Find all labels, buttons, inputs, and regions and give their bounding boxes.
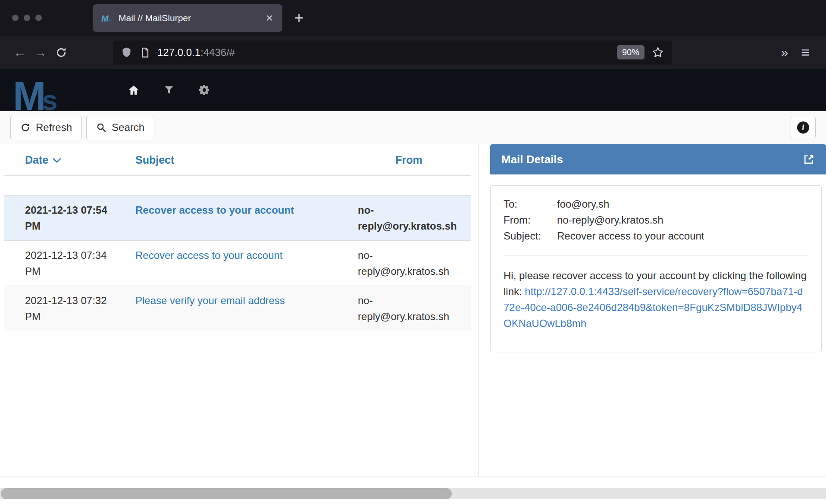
back-button[interactable]: ← bbox=[9, 42, 30, 63]
to-label: To: bbox=[504, 196, 557, 212]
horizontal-scrollbar-track[interactable] bbox=[0, 488, 826, 499]
window-minimize-button[interactable] bbox=[24, 15, 30, 21]
mail-from: no-reply@ory.kratos.sh bbox=[347, 286, 471, 331]
mail-details-title: Mail Details bbox=[501, 153, 563, 166]
mail-body: Hi, please recover access to your accoun… bbox=[504, 268, 808, 331]
url-text: 127.0.0.1:4436/# bbox=[157, 47, 610, 59]
app-nav bbox=[127, 84, 211, 96]
mail-list-panel: Date Subject From 2021-12-13 07:54 PM Re… bbox=[0, 144, 479, 476]
mail-details-header: Mail Details bbox=[490, 144, 826, 174]
sort-chevron-down-icon bbox=[53, 158, 61, 164]
zoom-level-badge[interactable]: 90% bbox=[617, 45, 645, 59]
mail-table-header-row: Date Subject From bbox=[4, 144, 471, 176]
mail-subject-link[interactable]: Recover access to your account bbox=[129, 241, 347, 286]
from-label: From: bbox=[504, 212, 557, 228]
filter-icon[interactable] bbox=[163, 84, 175, 96]
card-divider bbox=[504, 255, 808, 255]
toolbar: Refresh Search i bbox=[0, 111, 826, 144]
settings-gear-icon[interactable] bbox=[198, 84, 211, 96]
search-label: Search bbox=[112, 121, 144, 134]
detail-subject-row: Subject: Recover access to your account bbox=[504, 228, 808, 244]
page-info-icon[interactable] bbox=[139, 47, 150, 58]
bookmark-star-icon[interactable] bbox=[651, 46, 664, 59]
subject-value: Recover access to your account bbox=[557, 228, 808, 244]
mail-row[interactable]: 2021-12-13 07:54 PM Recover access to yo… bbox=[4, 196, 471, 241]
mail-from: no-reply@ory.kratos.sh bbox=[347, 241, 471, 286]
mailslurper-favicon-icon: Ms bbox=[101, 12, 113, 24]
hamburger-menu-button[interactable]: ≡ bbox=[794, 44, 817, 61]
refresh-icon bbox=[20, 122, 31, 133]
info-button[interactable]: i bbox=[791, 117, 816, 138]
table-spacer-row bbox=[4, 176, 471, 196]
detail-to-row: To: foo@ory.sh bbox=[504, 196, 808, 212]
tab-close-icon[interactable]: × bbox=[265, 12, 274, 24]
screen: Ms Mail // MailSlurper × + ← → 127.0.0.1… bbox=[0, 0, 826, 504]
home-icon[interactable] bbox=[127, 84, 140, 96]
to-value: foo@ory.sh bbox=[557, 196, 808, 212]
open-in-new-window-icon[interactable] bbox=[803, 153, 815, 165]
from-value: no-reply@ory.kratos.sh bbox=[557, 212, 808, 228]
column-header-from[interactable]: From bbox=[347, 144, 471, 176]
mail-table: Date Subject From 2021-12-13 07:54 PM Re… bbox=[4, 144, 471, 331]
mail-row[interactable]: 2021-12-13 07:34 PM Recover access to yo… bbox=[4, 241, 471, 286]
mail-details-card: To: foo@ory.sh From: no-reply@ory.kratos… bbox=[490, 185, 822, 352]
window-controls[interactable] bbox=[0, 15, 54, 21]
mail-date: 2021-12-13 07:34 PM bbox=[4, 241, 129, 286]
search-icon bbox=[96, 122, 106, 133]
subject-label: Subject: bbox=[504, 228, 557, 244]
recovery-link[interactable]: http://127.0.0.1:4433/self-service/recov… bbox=[504, 286, 803, 329]
tab-title: Mail // MailSlurper bbox=[119, 13, 265, 23]
horizontal-scrollbar-thumb[interactable] bbox=[1, 488, 452, 499]
mail-details-panel: Mail Details To: foo@ory.sh From: no-rep… bbox=[479, 144, 826, 476]
overflow-menu-button[interactable]: » bbox=[775, 45, 794, 60]
mail-subject-link[interactable]: Recover access to your account bbox=[129, 196, 347, 241]
window-maximize-button[interactable] bbox=[35, 15, 42, 21]
browser-tab[interactable]: Ms Mail // MailSlurper × bbox=[93, 4, 282, 32]
search-button[interactable]: Search bbox=[86, 116, 154, 139]
reload-button[interactable] bbox=[51, 42, 72, 63]
mail-row[interactable]: 2021-12-13 07:32 PM Please verify your e… bbox=[4, 286, 471, 331]
mailslurper-logo: M s bbox=[13, 81, 97, 111]
main-content: Date Subject From 2021-12-13 07:54 PM Re… bbox=[0, 144, 826, 476]
column-header-subject[interactable]: Subject bbox=[129, 144, 347, 176]
refresh-button[interactable]: Refresh bbox=[10, 116, 82, 139]
url-bar[interactable]: 127.0.0.1:4436/# 90% bbox=[113, 40, 672, 65]
mail-subject-link[interactable]: Please verify your email address bbox=[129, 286, 347, 331]
new-tab-button[interactable]: + bbox=[294, 10, 303, 26]
mail-date: 2021-12-13 07:32 PM bbox=[4, 286, 129, 331]
column-header-date[interactable]: Date bbox=[4, 144, 129, 176]
mail-from: no-reply@ory.kratos.sh bbox=[347, 196, 471, 241]
window-close-button[interactable] bbox=[12, 15, 19, 21]
mail-date: 2021-12-13 07:54 PM bbox=[4, 196, 129, 241]
detail-from-row: From: no-reply@ory.kratos.sh bbox=[504, 212, 808, 228]
shield-permissions-icon[interactable] bbox=[121, 47, 132, 58]
browser-tab-bar: Ms Mail // MailSlurper × + bbox=[0, 0, 826, 36]
forward-button[interactable]: → bbox=[30, 42, 51, 63]
browser-nav-bar: ← → 127.0.0.1:4436/# 90% » ≡ bbox=[0, 36, 826, 69]
refresh-label: Refresh bbox=[36, 121, 72, 134]
info-icon: i bbox=[797, 121, 809, 134]
app-header: M s bbox=[0, 69, 826, 111]
reload-icon bbox=[55, 47, 67, 59]
